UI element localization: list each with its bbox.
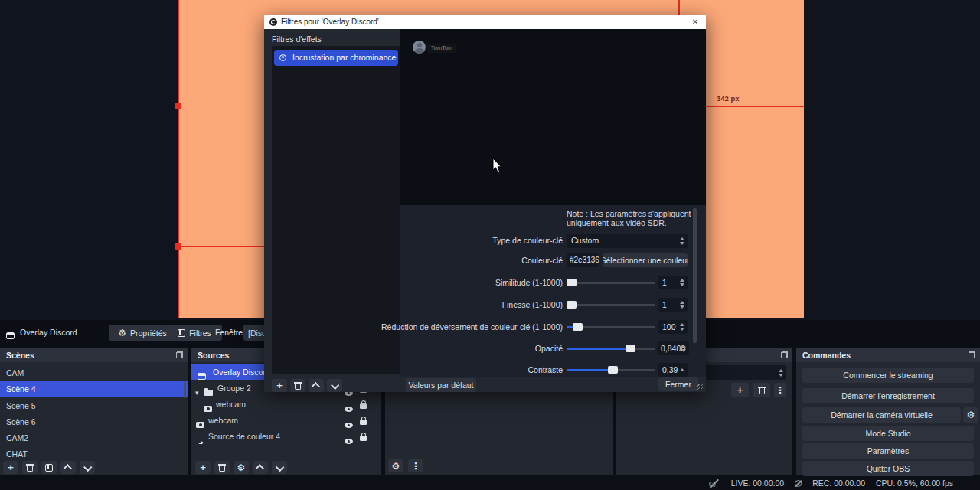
close-icon[interactable]: ✕ <box>684 15 706 29</box>
scene-item-scene4[interactable]: Scène 4 <box>0 381 188 397</box>
spinner-arrows-icon[interactable] <box>680 320 684 334</box>
filter-row-chroma-key[interactable]: Incrustation par chrominance (Chr <box>274 50 398 66</box>
spill-reduction-spinbox[interactable]: 100 <box>658 320 688 334</box>
spinner-arrows-icon[interactable] <box>680 298 684 312</box>
key-color-type-value: Custom <box>571 236 599 245</box>
similarity-spinbox[interactable]: 1 <box>658 276 688 289</box>
defaults-button[interactable]: Valeurs par défaut <box>406 378 476 392</box>
start-streaming-button[interactable]: Commencer le streaming <box>802 368 974 383</box>
scene-move-down-button[interactable] <box>80 461 95 474</box>
popout-icon[interactable] <box>969 351 975 358</box>
select-color-button[interactable]: Sélectionner une couleur <box>603 253 688 267</box>
spinner-arrows-icon[interactable] <box>680 363 684 377</box>
slider-knob[interactable] <box>573 323 583 331</box>
selection-left-edge <box>178 0 179 318</box>
source-move-down-button[interactable] <box>272 461 287 474</box>
selection-vertical-guide <box>678 0 680 15</box>
remove-scene-button[interactable] <box>22 461 38 474</box>
opacity-label: Opacité <box>535 341 563 355</box>
contrast-slider[interactable] <box>567 363 655 377</box>
filter-preview: TomTom <box>400 29 706 205</box>
effect-filters-label: Filtres d'effets <box>272 34 322 44</box>
start-virtual-camera-button[interactable]: Démarrer la caméra virtuelle <box>802 407 961 423</box>
resize-grip[interactable] <box>697 384 704 390</box>
key-color-label: Couleur-clé <box>521 253 563 267</box>
dialog-title: Filtres pour 'Overlay Discord' <box>281 15 379 29</box>
start-recording-button[interactable]: Démarrer l'enregistrement <box>802 388 974 403</box>
key-color-type-select[interactable]: Custom <box>567 234 688 248</box>
popout-icon[interactable] <box>781 351 788 358</box>
scene-item-chat[interactable]: CHAT <box>0 446 188 462</box>
spill-reduction-slider[interactable] <box>567 320 655 334</box>
slider-knob[interactable] <box>567 279 577 286</box>
filter-move-up-button[interactable] <box>309 379 324 392</box>
selection-handle-bottom-left[interactable] <box>175 243 181 250</box>
slider-knob[interactable] <box>567 301 577 309</box>
remove-source-button[interactable] <box>214 461 230 474</box>
add-transition-button[interactable]: + <box>731 383 749 397</box>
mixer-menu-button[interactable]: ⋮ <box>408 459 423 472</box>
smoothness-spinbox[interactable]: 1 <box>658 298 688 312</box>
filter-move-down-button[interactable] <box>327 379 342 392</box>
remove-filter-button[interactable] <box>290 379 305 392</box>
lock-icon[interactable] <box>360 398 367 412</box>
caret-down-icon[interactable]: ▾ <box>195 384 199 396</box>
quit-obs-button[interactable]: Quitter OBS <box>802 461 974 476</box>
source-row-color-source4[interactable]: Source de couleur 4 <box>191 429 381 444</box>
add-scene-button[interactable]: + <box>3 461 18 474</box>
opacity-spinbox[interactable]: 0,8400 <box>657 341 689 355</box>
slider-knob[interactable] <box>608 366 618 374</box>
eye-icon[interactable] <box>279 54 286 61</box>
scene-item-scene5[interactable]: Scène 5 <box>0 398 188 414</box>
spinner-arrows-icon[interactable] <box>680 276 684 289</box>
filters-button[interactable]: Filtres <box>167 325 222 341</box>
key-color-hex-field[interactable]: #2e3136 <box>567 253 599 267</box>
spinner-arrows-icon[interactable] <box>681 341 686 355</box>
contrast-spinbox[interactable]: 0,39 <box>658 363 688 377</box>
similarity-slider[interactable] <box>567 276 655 289</box>
eye-icon[interactable] <box>345 433 353 444</box>
eye-icon[interactable] <box>345 401 353 412</box>
popout-icon[interactable] <box>176 351 183 358</box>
eye-icon[interactable] <box>345 417 353 428</box>
opacity-slider[interactable] <box>567 341 655 355</box>
scenes-scrollbar[interactable] <box>184 381 186 398</box>
close-button[interactable]: Fermer <box>658 377 698 391</box>
add-filter-button[interactable]: + <box>272 379 287 392</box>
key-color-type-label: Type de couleur-clé <box>492 234 563 247</box>
settings-button[interactable]: Paramètres <box>802 443 974 459</box>
dialog-title-bar[interactable]: Filtres pour 'Overlay Discord' ✕ <box>264 15 706 29</box>
remove-transition-button[interactable] <box>753 383 770 397</box>
smoothness-slider[interactable] <box>567 298 655 312</box>
scenes-dock-header[interactable]: Scènes <box>0 348 188 362</box>
trash-icon <box>758 386 766 394</box>
chevron-up-icon <box>64 464 72 472</box>
advanced-audio-button[interactable]: ⚙ <box>388 459 403 472</box>
properties-button[interactable]: ⚙ Propriétés <box>109 325 176 341</box>
studio-mode-button[interactable]: Mode Studio <box>802 426 974 441</box>
source-properties-button[interactable]: ⚙ <box>234 461 249 474</box>
add-source-button[interactable]: + <box>195 461 211 474</box>
smoothness-value: 1 <box>662 300 667 309</box>
slider-knob[interactable] <box>626 345 635 352</box>
scene-move-up-button[interactable] <box>60 461 76 474</box>
spinner-arrows-icon[interactable] <box>779 365 783 380</box>
source-row-webcam[interactable]: webcam <box>191 413 381 428</box>
commands-dock-header[interactable]: Commandes <box>796 348 980 362</box>
scene-item-cam[interactable]: CAM <box>0 365 188 381</box>
record-icon <box>795 480 802 487</box>
properties-scrollbar[interactable] <box>693 208 697 343</box>
filter-icon <box>45 464 53 472</box>
spinner-arrows-icon[interactable] <box>680 234 684 248</box>
virtual-camera-settings-button[interactable]: ⚙ <box>963 407 978 423</box>
scene-item-cam2[interactable]: CAM2 <box>0 430 188 446</box>
selection-handle-top-left[interactable] <box>175 103 181 109</box>
lock-icon[interactable] <box>360 430 367 444</box>
scene-filters-button[interactable] <box>41 461 57 474</box>
sdr-note-line2: uniquement aux vidéo SDR. <box>567 218 667 227</box>
transition-menu-button[interactable]: ⋮ <box>774 383 786 397</box>
source-row-webcam-grouped[interactable]: webcam <box>191 397 381 412</box>
lock-icon[interactable] <box>360 414 367 428</box>
scene-item-scene6[interactable]: Scène 6 <box>0 414 188 430</box>
source-move-up-button[interactable] <box>253 461 268 474</box>
